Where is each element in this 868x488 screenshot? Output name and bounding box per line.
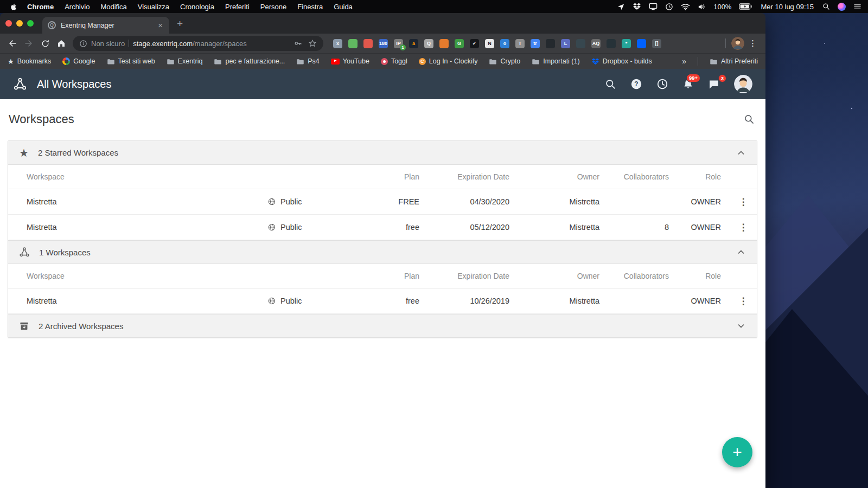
bookmark-google[interactable]: Google [62,57,95,65]
extension-icon[interactable] [439,39,449,48]
bookmark-bookmarks[interactable]: ★ Bookmarks [8,57,51,66]
info-icon[interactable] [79,40,87,48]
reload-icon[interactable] [37,35,53,52]
url-path: /manager/spaces [193,40,247,48]
extension-icon[interactable]: L [561,39,570,48]
siri-icon[interactable] [838,3,846,11]
notification-center-icon[interactable] [853,3,861,10]
chevron-down-icon[interactable] [736,321,746,331]
extension-icon[interactable] [607,39,616,48]
section-header-archived[interactable]: 2 Archived Workspaces [8,314,757,337]
bookmark-folder-importati[interactable]: Importati (1) [532,57,579,65]
user-avatar[interactable] [734,75,752,93]
bookmark-star-icon[interactable] [308,39,317,48]
menubar-app-name[interactable]: Chrome [22,3,59,11]
paper-plane-icon[interactable] [617,3,625,11]
workspace-name[interactable]: Mistretta [8,297,267,305]
volume-icon[interactable] [698,3,706,10]
bookmark-folder-ps4[interactable]: Ps4 [296,57,320,65]
workspace-row[interactable]: Mistretta Public free 10/26/2019 Mistret… [8,288,757,314]
dropbox-status-icon[interactable] [633,3,641,10]
bookmark-folder-pec[interactable]: pec e fatturazione... [214,57,285,65]
extension-icon[interactable]: * [622,39,631,48]
menubar-clock[interactable]: Mer 10 lug 09:15 [760,3,815,11]
menubar-item-archivio[interactable]: Archivio [59,3,95,11]
notifications-bell-icon[interactable]: 99+ [682,78,694,90]
row-menu-icon[interactable]: ⋮ [730,297,757,306]
password-key-icon[interactable] [293,39,302,48]
extension-icon[interactable] [363,39,373,48]
extension-icon[interactable]: tr [531,39,540,48]
display-icon[interactable] [649,3,658,10]
chat-icon[interactable]: 3 [708,79,720,90]
time-machine-icon[interactable] [665,3,673,11]
bookmark-folder-crypto[interactable]: Crypto [489,57,520,65]
spotlight-search-icon[interactable] [822,3,830,10]
extension-icon[interactable]: a [409,39,418,48]
chevron-up-icon[interactable] [736,148,746,158]
menubar-item-modifica[interactable]: Modifica [95,3,132,11]
browser-tab[interactable]: Q Exentriq Manager × [42,17,169,34]
help-icon[interactable]: ? [630,78,642,90]
bookmarks-overflow-chevron[interactable]: » [682,57,686,66]
menubar-item-finestra[interactable]: Finestra [292,3,328,11]
apple-menu-icon[interactable] [10,2,17,11]
menubar-item-cronologia[interactable]: Cronologia [175,3,220,11]
extension-icon[interactable]: AQ [591,39,601,48]
back-icon[interactable] [4,35,21,52]
history-clock-icon[interactable] [656,78,668,90]
zoom-window-button[interactable] [27,20,34,27]
menubar-item-guida[interactable]: Guida [328,3,358,11]
owner-cell: Mistretta [518,223,608,232]
address-bar[interactable]: Non sicuro stage.exentriq.com/manager/sp… [73,36,323,51]
tab-close-icon[interactable]: × [157,21,164,30]
extension-icon[interactable]: IP1 [394,39,403,48]
forward-icon[interactable] [21,35,37,52]
menubar-item-persone[interactable]: Persone [255,3,292,11]
extension-icon[interactable] [348,39,358,48]
row-menu-icon[interactable]: ⋮ [730,197,757,207]
close-window-button[interactable] [5,20,12,27]
extension-icon[interactable] [546,39,555,48]
bookmark-clockify[interactable]: C Log In - Clockify [419,57,478,65]
workspace-name[interactable]: Mistretta [8,223,267,232]
extension-icon[interactable]: G [455,39,464,48]
extension-icon[interactable]: x [333,39,342,48]
home-icon[interactable] [53,35,69,52]
workspace-name[interactable]: Mistretta [8,197,267,206]
menubar-item-visualizza[interactable]: Visualizza [132,3,175,11]
workspace-row[interactable]: Mistretta Public free 05/12/2020 Mistret… [8,215,757,240]
menubar-item-preferiti[interactable]: Preferiti [220,3,255,11]
extension-icon[interactable]: 180 [379,39,388,48]
other-bookmarks[interactable]: Altri Preferiti [710,57,758,65]
fab-add-workspace[interactable]: + [722,437,752,467]
row-menu-icon[interactable]: ⋮ [730,223,757,232]
extension-icon[interactable]: T [515,39,525,48]
section-header-workspaces[interactable]: 1 Workspaces [8,240,757,264]
workspace-row[interactable]: Mistretta Public FREE 04/30/2020 Mistret… [8,189,757,215]
bookmark-folder-exentriq[interactable]: Exentriq [167,57,203,65]
bookmark-youtube[interactable]: YouTube [331,57,369,65]
extension-icon[interactable]: ✓ [470,39,479,48]
app-search-icon[interactable] [605,79,616,90]
extension-icon[interactable] [576,39,585,48]
section-header-starred[interactable]: ★ 2 Starred Workspaces [8,141,757,164]
chevron-up-icon[interactable] [736,247,746,257]
extension-icon[interactable]: o [500,39,509,48]
browser-profile-avatar[interactable] [731,37,744,50]
browser-menu-icon[interactable]: ⋮ [744,38,761,48]
wifi-icon[interactable] [681,3,690,10]
bookmark-dropbox-builds[interactable]: Dropbox - builds [591,57,652,65]
extension-icon[interactable]: [] [652,39,661,48]
tab-strip: Q Exentriq Manager × + [0,13,765,34]
bookmark-folder-test-siti-web[interactable]: Test siti web [107,57,155,65]
extension-icon[interactable] [637,39,646,48]
extension-icon[interactable]: Q [424,39,433,48]
new-tab-button[interactable]: + [177,18,183,29]
extension-icon[interactable]: N [485,39,494,48]
owner-cell: Mistretta [518,297,608,305]
page-search-icon[interactable] [744,114,755,125]
workspaces-logo-icon[interactable] [13,77,27,91]
minimize-window-button[interactable] [16,20,23,27]
bookmark-toggl[interactable]: Toggl [381,57,407,65]
